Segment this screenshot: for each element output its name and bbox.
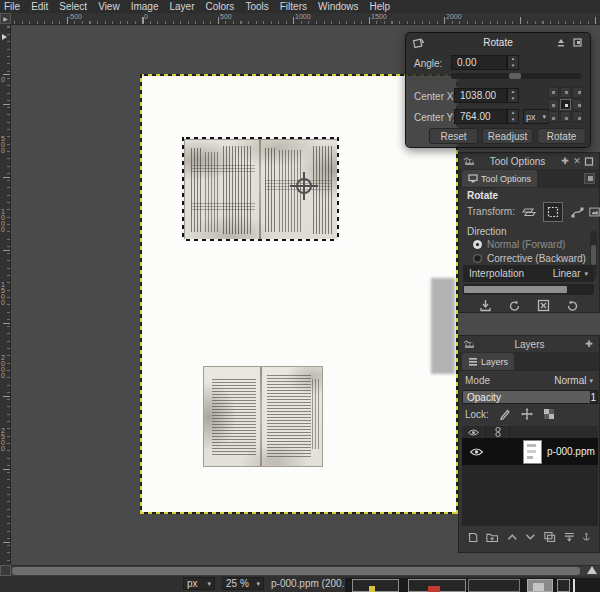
lock-alpha-icon[interactable] [543, 408, 555, 420]
reset-tool-options-icon[interactable] [566, 299, 579, 312]
ruler-origin-button[interactable]: ▶ [0, 13, 11, 24]
radio-unselected-icon[interactable] [473, 254, 482, 263]
direction-corrective-option[interactable]: Corrective (Backward) [473, 253, 586, 264]
menu-select[interactable]: Select [59, 1, 87, 12]
pivot-cell-top[interactable] [560, 87, 571, 98]
quick-mask-button[interactable] [0, 565, 11, 576]
transform-path-button[interactable] [567, 202, 587, 222]
angle-slider[interactable] [451, 73, 581, 79]
readjust-button[interactable]: Readjust [482, 128, 533, 144]
pivot-cell-top-left[interactable] [548, 87, 559, 98]
visibility-column-header[interactable] [462, 426, 486, 438]
rotate-dialog[interactable]: Rotate Angle: ▲ ▼ Center X: ▲ ▼ Center Y… [405, 32, 591, 148]
menu-colors[interactable]: Colors [205, 1, 234, 12]
configure-tab-icon[interactable]: ✚ [583, 339, 595, 349]
zoom-dropdown[interactable]: 25 % ▾ [222, 577, 264, 590]
pivot-cell-bottom-right[interactable] [572, 111, 583, 122]
menu-tools[interactable]: Tools [245, 1, 268, 12]
lock-pixels-icon[interactable] [499, 408, 511, 420]
vruler-label: 1500 [1, 282, 8, 306]
merge-down-icon[interactable] [564, 531, 575, 543]
status-unit-dropdown[interactable]: px ▾ [183, 577, 215, 590]
menu-help[interactable]: Help [370, 1, 391, 12]
taskbar-item[interactable] [557, 579, 570, 592]
pivot-cell-right[interactable] [572, 99, 583, 110]
tab-menu-button[interactable] [584, 173, 595, 184]
unit-dropdown[interactable]: px ▾ [523, 109, 549, 124]
detach-panel-icon[interactable] [583, 157, 595, 166]
radio-selected-icon[interactable] [473, 240, 482, 249]
reset-button[interactable]: Reset [429, 128, 478, 144]
save-tool-preset-icon[interactable] [479, 299, 492, 312]
detach-dialog-icon[interactable] [573, 38, 582, 47]
menu-image[interactable]: Image [131, 1, 159, 12]
rotate-button[interactable]: Rotate [537, 128, 586, 144]
menu-file[interactable]: File [4, 1, 20, 12]
opacity-slider[interactable]: Opacity 1 [462, 390, 598, 404]
horizontal-scrollbar-thumb[interactable] [12, 567, 580, 575]
center-x-label: Center X: [414, 91, 456, 102]
vertical-ruler[interactable]: 0 500 1000 1500 2000 2500 [0, 24, 11, 565]
transform-selection-button[interactable] [543, 202, 563, 222]
pivot-cell-bottom-left[interactable] [548, 111, 559, 122]
menu-layer[interactable]: Layer [169, 1, 194, 12]
link-column-header[interactable] [486, 426, 510, 438]
angle-spinner[interactable]: ▲ ▼ [507, 55, 519, 70]
spin-down-icon[interactable]: ▼ [508, 117, 518, 124]
transform-layer-button[interactable] [519, 202, 539, 222]
menu-filters[interactable]: Filters [280, 1, 307, 12]
layer-thumbnail[interactable] [523, 440, 542, 464]
layers-titlebar[interactable]: Layers ✚ [459, 336, 599, 352]
configure-tab-icon[interactable]: ✚ [559, 156, 571, 166]
rotate-pivot-marker[interactable] [296, 178, 312, 194]
transform-image-button[interactable] [589, 202, 600, 222]
angle-slider-handle[interactable] [509, 73, 521, 79]
center-x-spinner[interactable]: ▲ ▼ [507, 88, 519, 103]
hruler-label: 0 [144, 13, 148, 20]
layer-list[interactable]: p-000.ppm [462, 438, 598, 526]
spin-down-icon[interactable]: ▼ [508, 96, 518, 103]
menu-windows[interactable]: Windows [318, 1, 359, 12]
close-panel-icon[interactable]: ✕ [571, 156, 583, 166]
horizontal-ruler[interactable]: -500 0 500 1000 1500 2000 [11, 13, 600, 25]
auto-raise-icon[interactable] [556, 38, 566, 47]
center-y-spinner[interactable]: ▲ ▼ [507, 109, 519, 124]
tab-layers[interactable]: Layers [462, 353, 514, 370]
pivot-cell-bottom[interactable] [560, 111, 571, 122]
angle-input[interactable] [451, 55, 507, 70]
pivot-position-grid[interactable] [548, 87, 585, 124]
taskbar-item[interactable] [408, 579, 466, 592]
mode-dropdown[interactable]: Normal ▾ [554, 375, 593, 386]
tool-options-horizontal-scrollbar[interactable] [463, 284, 594, 295]
duplicate-layer-icon[interactable] [544, 531, 555, 543]
center-y-input[interactable] [454, 109, 507, 124]
tool-options-panel: Tool Options ✚ ✕ Tool Options Rotate Tra… [458, 152, 600, 313]
center-x-input[interactable] [454, 88, 507, 103]
taskbar-item[interactable] [527, 579, 553, 592]
rotate-dialog-titlebar[interactable]: Rotate [406, 33, 590, 51]
taskbar-item[interactable] [352, 579, 399, 592]
menu-edit[interactable]: Edit [31, 1, 48, 12]
tool-options-titlebar[interactable]: Tool Options ✚ ✕ [459, 153, 599, 169]
spin-down-icon[interactable]: ▼ [508, 63, 518, 70]
delete-tool-preset-icon[interactable] [537, 299, 550, 312]
anchor-layer-icon[interactable] [582, 531, 591, 543]
restore-tool-preset-icon[interactable] [508, 299, 521, 312]
eye-icon[interactable] [470, 448, 483, 456]
scroll-up-arrow-icon[interactable] [587, 566, 597, 574]
raise-layer-icon[interactable] [507, 533, 518, 541]
lower-layer-icon[interactable] [525, 533, 536, 541]
new-group-icon[interactable] [486, 531, 498, 543]
pivot-cell-left[interactable] [548, 99, 559, 110]
menu-view[interactable]: View [98, 1, 120, 12]
tab-tool-options[interactable]: Tool Options [462, 170, 537, 187]
layer-row-selected[interactable]: p-000.ppm [462, 438, 598, 465]
pivot-cell-top-right[interactable] [572, 87, 583, 98]
taskbar-item[interactable] [468, 579, 520, 592]
lock-label: Lock: [465, 409, 489, 420]
lock-position-icon[interactable] [521, 408, 533, 420]
direction-normal-option[interactable]: Normal (Forward) [473, 239, 565, 250]
interpolation-dropdown[interactable]: Interpolation Linear ▾ [463, 265, 594, 282]
new-layer-icon[interactable] [467, 531, 478, 544]
pivot-cell-center[interactable] [560, 99, 571, 110]
